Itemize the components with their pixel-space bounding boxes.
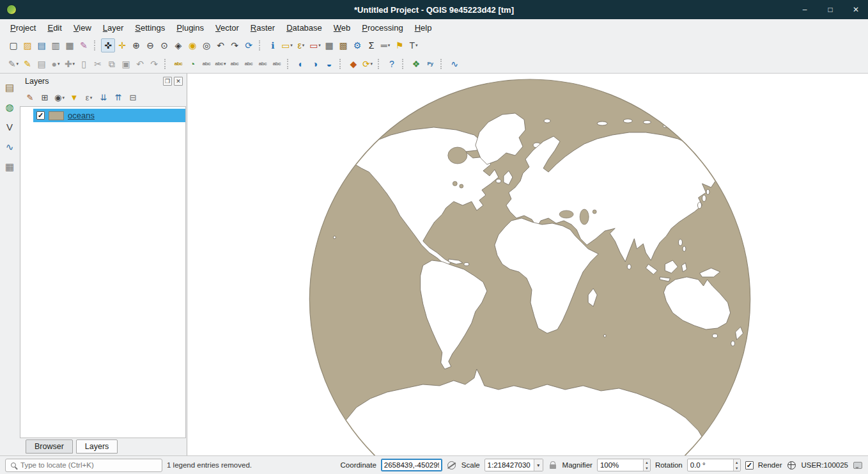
scale-dropdown-icon[interactable] xyxy=(534,459,543,471)
paste-features-icon[interactable]: ▣ xyxy=(119,57,133,71)
zoom-out-icon[interactable]: ⊖ xyxy=(143,38,157,52)
layer-styling-icon[interactable]: ✎ xyxy=(24,91,36,104)
layer-color-swatch[interactable] xyxy=(49,111,64,120)
collapse-all-icon[interactable]: ⇈ xyxy=(112,91,125,104)
extents-toggle-icon[interactable] xyxy=(447,460,457,470)
plugin-manager-icon[interactable]: ❖ xyxy=(409,57,423,71)
render-checkbox[interactable] xyxy=(745,461,754,470)
menu-item[interactable]: Edit xyxy=(42,21,66,35)
new-project-icon[interactable]: ▢ xyxy=(6,38,20,52)
mesh-calculator-icon[interactable]: ▦ xyxy=(3,159,17,173)
dropdown-arrow-icon[interactable]: ▾ xyxy=(90,95,93,100)
tab-browser[interactable]: Browser xyxy=(26,439,73,454)
dropdown-arrow-icon[interactable]: ▾ xyxy=(415,43,418,48)
pin-labels-icon[interactable]: abc▾ xyxy=(213,57,228,71)
menu-item[interactable]: Vector xyxy=(210,21,244,35)
message-log-icon[interactable] xyxy=(853,460,863,470)
minimize-button[interactable]: – xyxy=(799,4,810,15)
new-print-layout-icon[interactable]: ▥ xyxy=(49,38,63,52)
identify-features-icon[interactable]: ℹ xyxy=(266,38,280,52)
dropdown-arrow-icon[interactable]: ▾ xyxy=(290,43,293,48)
dropdown-arrow-icon[interactable]: ▾ xyxy=(73,61,75,67)
browser-panel-icon[interactable]: ▤ xyxy=(3,80,17,94)
dropdown-arrow-icon[interactable]: ▾ xyxy=(58,61,60,67)
rotation-input[interactable] xyxy=(688,461,733,469)
zoom-to-selection-icon[interactable]: ◉ xyxy=(185,38,199,52)
menu-item[interactable]: Project xyxy=(5,21,41,35)
vertex-tool-icon[interactable]: ✚▾ xyxy=(63,57,77,71)
menu-item[interactable]: Help xyxy=(410,21,437,35)
topology-check-icon[interactable]: ◑ xyxy=(308,57,322,71)
map-canvas[interactable] xyxy=(187,74,868,455)
spin-up-icon[interactable] xyxy=(644,459,650,465)
osm-search-icon[interactable]: ◆ xyxy=(346,57,360,71)
expand-all-icon[interactable]: ⇊ xyxy=(97,91,110,104)
float-panel-icon[interactable]: ❐ xyxy=(163,77,172,86)
check-geometries-icon[interactable]: ◐ xyxy=(294,57,308,71)
dropdown-arrow-icon[interactable]: ▾ xyxy=(62,95,65,100)
save-project-icon[interactable]: ▤ xyxy=(35,38,49,52)
select-features-icon[interactable]: ▭▾ xyxy=(280,38,294,52)
spin-up-icon[interactable] xyxy=(734,459,740,465)
menu-item[interactable]: Web xyxy=(329,21,356,35)
dropdown-arrow-icon[interactable]: ▾ xyxy=(371,61,373,67)
lock-scale-icon[interactable] xyxy=(548,460,558,470)
manage-themes-icon[interactable]: ◉▾ xyxy=(53,91,66,104)
scale-combo[interactable] xyxy=(484,459,543,471)
dropdown-arrow-icon[interactable]: ▾ xyxy=(318,43,321,48)
menu-item[interactable]: View xyxy=(68,21,97,35)
close-panel-icon[interactable]: ✕ xyxy=(174,77,183,86)
add-feature-icon[interactable]: ●▾ xyxy=(49,57,63,71)
redo-icon[interactable]: ↷ xyxy=(147,57,161,71)
attribute-table-icon[interactable]: ▦ xyxy=(322,38,336,52)
open-project-icon[interactable]: ▨ xyxy=(20,38,35,52)
spin-down-icon[interactable] xyxy=(734,465,740,471)
dropdown-arrow-icon[interactable]: ▾ xyxy=(224,61,226,67)
menu-item[interactable]: Database xyxy=(281,21,327,35)
dropdown-arrow-icon[interactable]: ▾ xyxy=(17,61,19,67)
vector-tools-icon[interactable]: V xyxy=(3,120,17,134)
zoom-in-icon[interactable]: ⊕ xyxy=(129,38,143,52)
zoom-native-icon[interactable]: ⊙ xyxy=(157,38,171,52)
move-label-icon[interactable]: abc xyxy=(242,57,256,71)
menu-item[interactable]: Settings xyxy=(130,21,170,35)
text-annotation-icon[interactable]: T▾ xyxy=(407,38,421,52)
layer-diagram-icon[interactable]: ◔ xyxy=(185,57,199,71)
zoom-last-icon[interactable]: ↶ xyxy=(213,38,228,52)
select-by-expression-icon[interactable]: ε▾ xyxy=(294,38,308,52)
filter-expression-icon[interactable]: ε▾ xyxy=(82,91,95,104)
crs-globe-icon[interactable] xyxy=(786,460,796,470)
zoom-next-icon[interactable]: ↷ xyxy=(228,38,242,52)
toggle-editing-icon[interactable]: ✎ xyxy=(20,57,35,71)
pan-to-selection-icon[interactable]: ✛ xyxy=(115,38,129,52)
magnifier-input[interactable] xyxy=(598,461,643,469)
cut-features-icon[interactable]: ✂ xyxy=(91,57,105,71)
menu-item[interactable]: Raster xyxy=(245,21,280,35)
locate-search-box[interactable] xyxy=(5,459,162,472)
layer-name-label[interactable]: oceans xyxy=(68,111,95,120)
add-group-icon[interactable]: ⊞ xyxy=(38,91,51,104)
spin-down-icon[interactable] xyxy=(644,465,650,471)
coordinate-field[interactable] xyxy=(381,459,442,471)
layout-manager-icon[interactable]: ▦ xyxy=(63,38,77,52)
tab-layers[interactable]: Layers xyxy=(76,439,118,454)
python-console-icon[interactable]: Py xyxy=(423,57,437,71)
metasearch-panel-icon[interactable]: ◍ xyxy=(3,100,17,114)
field-calculator-icon[interactable]: ▩ xyxy=(336,38,350,52)
rotation-spin-buttons[interactable] xyxy=(733,459,740,471)
style-manager-icon[interactable]: ✎ xyxy=(77,38,91,52)
current-edits-icon[interactable]: ✎▾ xyxy=(6,57,20,71)
delete-selected-icon[interactable]: ▯ xyxy=(77,57,91,71)
remove-layer-icon[interactable]: ⊟ xyxy=(127,91,139,104)
close-button[interactable]: ✕ xyxy=(850,4,862,15)
highlight-labels-icon[interactable]: abc xyxy=(228,57,242,71)
profile-plot-icon[interactable]: ∿ xyxy=(447,57,461,71)
digitize-shape-icon[interactable]: ∿ xyxy=(3,139,17,154)
dropdown-arrow-icon[interactable]: ▾ xyxy=(302,43,305,48)
map-tips-icon[interactable]: ⚑ xyxy=(392,38,407,52)
zoom-to-layer-icon[interactable]: ◎ xyxy=(199,38,213,52)
menu-item[interactable]: Plugins xyxy=(171,21,209,35)
menu-item[interactable]: Layer xyxy=(98,21,129,35)
quickmap-services-icon[interactable]: ⟳▾ xyxy=(360,57,375,71)
menu-item[interactable]: Processing xyxy=(357,21,408,35)
